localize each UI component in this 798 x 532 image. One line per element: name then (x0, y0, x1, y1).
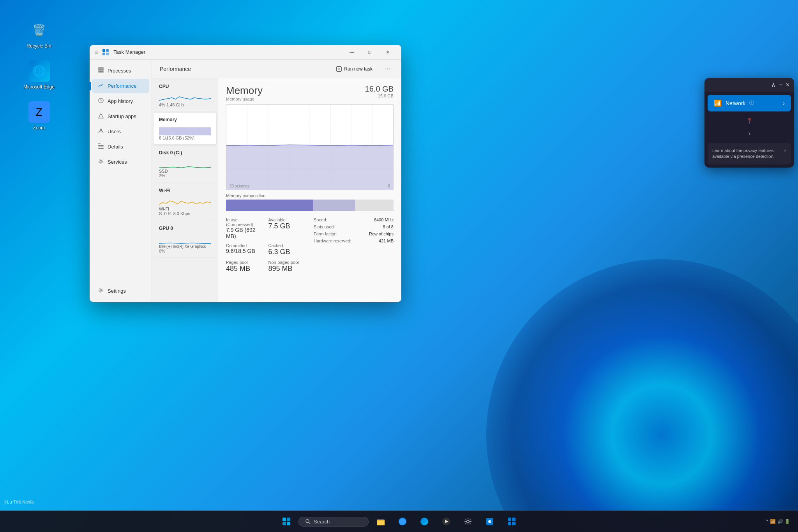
svg-line-36 (309, 523, 311, 524)
edge-img: 🌐 (28, 60, 50, 82)
memory-sub: 8.1/15.6 GB (52%) (159, 136, 211, 140)
stats-left: In use (Compressed) 7.9 GB (692 MB) Avai… (226, 217, 306, 273)
stat-in-use: In use (Compressed) 7.9 GB (692 MB) (226, 217, 264, 239)
taskmanager-taskbar-button[interactable] (502, 513, 521, 530)
sidebar-item-details[interactable]: Details (92, 140, 149, 154)
hamburger-menu-icon[interactable]: ≡ (94, 49, 98, 56)
store-button[interactable]: ⊕ (480, 513, 500, 530)
paged-label: Paged pool (226, 260, 264, 265)
sidebar-item-users[interactable]: Users (92, 124, 149, 139)
non-paged-value: 895 MB (268, 265, 306, 273)
in-use-label: In use (Compressed) (226, 217, 264, 227)
edge-taskbar-icon (420, 517, 429, 526)
memory-graph (159, 124, 211, 136)
gpu-sub1: Intel(R) Iris(R) Xe Graphics (159, 244, 211, 249)
tm-sidebar: Processes Performance (90, 60, 152, 302)
network-item-left: 📶 Network ⓘ (714, 99, 754, 107)
stats-bottom-row: Paged pool 485 MB Non-paged pool 895 MB (226, 260, 306, 273)
more-options-button[interactable]: ⋯ (381, 64, 394, 74)
recycle-bin-icon[interactable]: 🗑️ Recycle Bin (23, 19, 55, 49)
disk-graph (159, 157, 211, 169)
privacy-close-btn[interactable]: × (784, 148, 786, 154)
app-history-icon (98, 98, 104, 104)
memory-label: Memory (159, 117, 211, 122)
svg-rect-33 (282, 522, 286, 525)
users-icon (98, 128, 104, 135)
microsoft-edge-icon[interactable]: 🌐 Microsoft Edge (23, 60, 55, 90)
memory-main-graph: 60 seconds 0 (226, 104, 394, 190)
location-row[interactable]: 📍 (704, 115, 794, 127)
gpu-sub2: 0% (159, 249, 211, 253)
metric-cpu[interactable]: CPU 4% 1.46 GHz (154, 80, 216, 111)
expand-icon: › (748, 129, 750, 138)
svg-rect-32 (287, 518, 290, 521)
sidebar-item-settings[interactable]: Settings (92, 284, 150, 298)
search-bar[interactable]: Search (298, 517, 369, 527)
sidebar-item-startup-apps[interactable]: Startup apps (92, 109, 149, 124)
metric-wifi[interactable]: Wi-Fi Wi-Fi S: 0 R: 8.0 Kbps (154, 184, 216, 220)
notif-minimize[interactable]: − (779, 81, 782, 88)
gpu-label: GPU 0 (159, 226, 211, 231)
svg-rect-0 (102, 49, 105, 52)
disk-sub1: SSD (159, 169, 211, 173)
recycle-bin-img: 🗑️ (28, 19, 50, 41)
messenger-button[interactable] (393, 513, 412, 530)
zoom-icon[interactable]: Z Zoom (23, 101, 55, 131)
slots-value: 8 of 8 (383, 224, 394, 229)
notif-chevron-down[interactable]: ∧ (771, 81, 776, 88)
metric-memory[interactable]: Memory 8.1/15.6 GB (52%) (154, 113, 216, 145)
form-factor-label: Form factor: (314, 232, 337, 236)
svg-rect-48 (508, 522, 511, 525)
svg-marker-30 (226, 145, 393, 190)
svg-rect-11 (98, 145, 104, 146)
edge-taskbar-button[interactable] (415, 513, 434, 530)
run-new-task-button[interactable]: Run new task (332, 64, 376, 74)
start-button[interactable] (277, 513, 296, 530)
metric-gpu[interactable]: GPU 0 Intel(R) Iris(R) Xe Graphics 0% (154, 222, 216, 258)
sidebar-item-app-history[interactable]: App history (92, 94, 149, 108)
metric-disk[interactable]: Disk 0 (C:) SSD 2% (154, 146, 216, 182)
taskbar-right: ⌃ 📶 🔊 🔋 (765, 519, 790, 524)
network-label: Network (726, 100, 745, 106)
details-label: Details (108, 144, 123, 150)
startup-icon (98, 113, 104, 120)
memory-title-block: Memory Memory usage (226, 85, 263, 101)
svg-rect-1 (106, 49, 109, 52)
in-use-value: 7.9 GB (692 MB) (226, 227, 264, 239)
edge-label: Microsoft Edge (23, 84, 55, 90)
close-button[interactable]: ✕ (379, 46, 397, 58)
copyright-text: ©Lư Thế Nghĩa (4, 500, 34, 505)
sidebar-item-performance[interactable]: Performance (92, 79, 149, 93)
speed-row: Speed: 6400 MHz (314, 217, 394, 222)
svg-rect-38 (377, 521, 385, 525)
desktop-icons: 🗑️ Recycle Bin 🌐 Microsoft Edge Z Zoom (23, 19, 55, 142)
notif-close-btn[interactable]: × (786, 81, 789, 88)
users-label: Users (108, 129, 121, 134)
committed-label: Committed (226, 243, 264, 248)
wifi-sub1: Wi-Fi (159, 207, 211, 211)
performance-icon (98, 83, 104, 89)
search-icon (305, 519, 311, 524)
sidebar-item-services[interactable]: Services (92, 155, 149, 169)
taskbar: Search (0, 511, 798, 532)
recycle-bin-label: Recycle Bin (26, 43, 51, 49)
maximize-button[interactable]: □ (361, 46, 379, 58)
expand-panel-btn[interactable]: › (704, 127, 794, 140)
detail-panel: Memory Memory usage 16.0 GB 15.6 GB (218, 78, 401, 302)
wifi-label: Wi-Fi (159, 188, 211, 193)
media-icon (442, 517, 450, 526)
services-label: Services (108, 159, 127, 165)
network-info-icon: ⓘ (749, 100, 754, 106)
minimize-button[interactable]: — (343, 46, 361, 58)
settings-taskbar-button[interactable] (458, 513, 478, 530)
memory-header: Memory Memory usage 16.0 GB 15.6 GB (226, 85, 394, 101)
media-player-button[interactable] (436, 513, 456, 530)
cpu-sub: 4% 1.46 GHz (159, 103, 211, 107)
store-icon: ⊕ (486, 517, 494, 526)
svg-rect-34 (287, 522, 290, 525)
network-item[interactable]: 📶 Network ⓘ › (708, 95, 791, 111)
memory-used-sub: 15.6 GB (365, 94, 394, 98)
file-explorer-button[interactable] (371, 513, 390, 530)
sidebar-item-processes[interactable]: Processes (92, 64, 149, 78)
disk-sub2: 2% (159, 173, 211, 178)
